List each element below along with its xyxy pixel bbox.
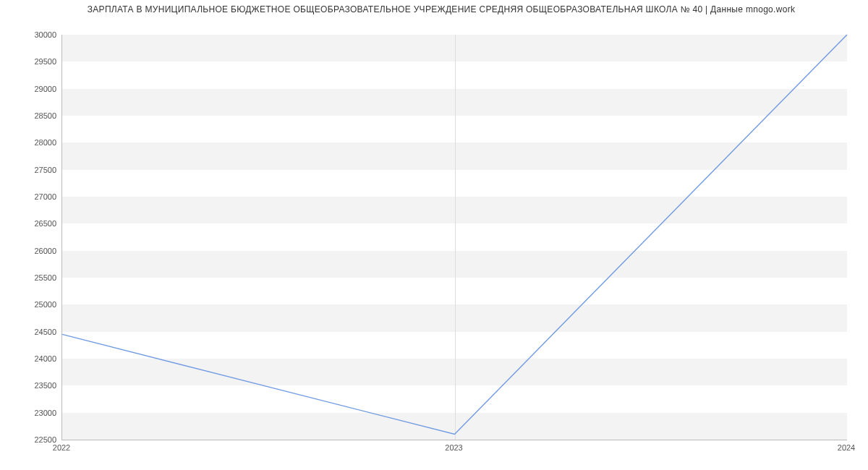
y-tick-label: 24500	[6, 328, 56, 336]
x-tick-label: 2022	[53, 443, 70, 452]
y-tick-label: 23500	[6, 381, 56, 390]
chart-container: ЗАРПЛАТА В МУНИЦИПАЛЬНОЕ БЮДЖЕТНОЕ ОБЩЕО…	[0, 0, 868, 470]
y-tick-label: 26000	[6, 247, 56, 255]
x-tick-label: 2023	[445, 443, 462, 452]
y-tick-label: 27500	[6, 166, 56, 174]
y-tick-label: 27000	[6, 192, 56, 201]
y-tick-label: 28000	[6, 138, 56, 147]
x-tick-label: 2024	[838, 443, 855, 452]
y-tick-label: 24000	[6, 354, 56, 363]
y-tick-label: 26500	[6, 219, 56, 228]
y-tick-label: 25500	[6, 273, 56, 282]
line-series	[62, 35, 847, 440]
y-tick-label: 25000	[6, 300, 56, 309]
plot-area	[61, 35, 847, 440]
y-tick-label: 28500	[6, 111, 56, 120]
chart-title: ЗАРПЛАТА В МУНИЦИПАЛЬНОЕ БЮДЖЕТНОЕ ОБЩЕО…	[29, 4, 854, 14]
y-tick-label: 30000	[6, 30, 56, 39]
y-tick-label: 23000	[6, 409, 56, 417]
y-tick-label: 29500	[6, 57, 56, 66]
y-tick-label: 29000	[6, 85, 56, 93]
series-line	[62, 35, 847, 435]
y-tick-label: 22500	[6, 435, 56, 444]
